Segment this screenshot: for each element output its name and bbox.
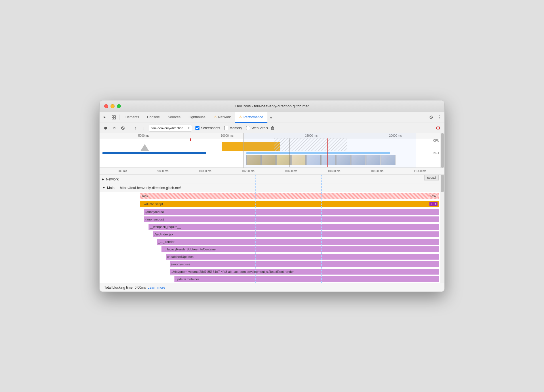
anon-label-3: (anonymous) [171,262,190,266]
screenshots-checkbox-label[interactable]: Screenshots [195,126,220,130]
learn-more-link[interactable]: Learn more [148,286,165,290]
zoom-ruler: 900 ms 9800 ms 10000 ms 10200 ms 10400 m… [100,168,444,175]
svg-rect-3 [114,118,115,119]
clear-button[interactable] [119,124,127,132]
tab-elements[interactable]: Elements [121,112,143,123]
selected-region [244,133,416,168]
flame-row-anon-2[interactable]: (anonymous) [100,216,444,223]
tab-console[interactable]: Console [143,112,164,123]
flame-row-render[interactable]: _..._ render [100,238,444,246]
inspect-icon[interactable] [109,113,118,122]
cursor-icon[interactable] [101,113,109,122]
toolbar-separator-1 [129,125,129,131]
more-tabs-button[interactable]: » [267,112,275,123]
expand-triangle[interactable]: ▶ [102,178,104,181]
anon-bar-3: (anonymous) [170,261,439,267]
flame-row-evaluate[interactable]: Evaluate Script L...t [100,200,444,208]
svg-line-6 [122,127,124,129]
scrollbar-v[interactable] [440,133,444,168]
web-vitals-checkbox[interactable] [246,126,250,130]
minimize-button[interactable] [111,104,115,108]
svg-rect-1 [114,116,115,117]
flame-row-task[interactable]: Task Task [100,192,444,200]
time-mark-1: 5000 ms [138,134,149,137]
more-options-icon[interactable]: ⋮ [435,113,443,121]
reactroot-label: ../rbd/pnpm-volume/28d7f85f-31d7-4fd8-ab… [171,270,294,273]
flame-row-anon-3[interactable]: (anonymous) [100,260,444,268]
render-bar: _..._ render [157,239,439,245]
zoom-mark-7: 11000 ms [414,170,426,173]
tab-bar: Elements Console Sources Lighthouse ⚠ Ne… [100,112,444,123]
flame-scrollbar[interactable] [440,175,444,283]
zoom-mark-4: 10400 ms [285,170,297,173]
upload-button[interactable]: ↑ [132,124,139,132]
main-section-header: ▼ Main — https://foul-heavenly-direction… [100,184,444,192]
flame-row-legacy[interactable]: .... legacyRenderSubtreeIntoContainer [100,246,444,253]
flame-chart: ▶ Network soop.j ▼ Main — https://foul-h… [100,175,444,283]
unbatched-label: unbatchedUpdates [167,255,193,258]
flame-scrollbar-thumb[interactable] [441,175,444,192]
network-file-label: soop.j [424,175,439,180]
scrollbar-thumb[interactable] [441,133,444,168]
svg-point-4 [104,127,107,130]
url-select[interactable]: foul-heavenly-direction.... ▾ [149,125,192,132]
cursor-line [290,138,290,167]
network-warning-icon: ⚠ [214,115,217,119]
flame-row-webpack[interactable]: __webpack_require__ [100,223,444,231]
updatecontainer-bar: updateContainer [174,276,439,282]
tab-network[interactable]: ⚠ Network [210,112,235,123]
expand-triangle-main[interactable]: ▼ [102,186,105,189]
screenshots-checkbox[interactable] [195,126,199,130]
task-label-left: Task [142,194,148,198]
settings-alert-icon[interactable]: ⚙ [434,124,442,132]
zoom-mark-2: 10000 ms [199,170,212,173]
dashed-line-1 [255,175,256,283]
settings-icon[interactable]: ⚙ [427,113,435,121]
svg-rect-2 [112,118,113,119]
flame-row-index[interactable]: ./src/index.jsx [100,231,444,238]
unbatched-bar: unbatchedUpdates [166,254,439,260]
performance-warning-icon: ⚠ [239,115,242,119]
task-label-right: Task [429,194,438,198]
web-vitals-checkbox-label[interactable]: Web Vitals [246,126,268,130]
overview-timeline[interactable]: 5000 ms 10000 ms 15000 ms 20000 ms CPU N… [100,133,444,168]
anon-bar-2: (anonymous) [144,216,439,222]
devtools-body: Elements Console Sources Lighthouse ⚠ Ne… [100,112,444,292]
zoom-mark-1: 9800 ms [157,170,168,173]
maximize-button[interactable] [117,104,121,108]
zoom-mark-6: 10800 ms [371,170,383,173]
anon-bar-1: (anonymous) [144,209,439,215]
anon-label-2: (anonymous) [145,218,164,221]
reactroot-bar: ../rbd/pnpm-volume/28d7f85f-31d7-4fd8-ab… [170,269,439,275]
traffic-lights [104,104,121,108]
tab-sources[interactable]: Sources [164,112,184,123]
trash-icon[interactable]: 🗑 [269,124,277,132]
close-button[interactable] [104,104,108,108]
flame-row-anon-1[interactable]: (anonymous) [100,208,444,216]
tab-lighthouse[interactable]: Lighthouse [184,112,210,123]
download-button[interactable]: ↓ [140,124,148,132]
webpack-bar: __webpack_require__ [149,224,439,230]
memory-checkbox-label[interactable]: Memory [224,126,242,130]
cpu-label: CPU [433,139,439,142]
flame-row-unbatched[interactable]: unbatchedUpdates [100,253,444,260]
svg-rect-11 [190,138,191,141]
legacy-bar: .... legacyRenderSubtreeIntoContainer [161,246,439,252]
evaluate-label: Evaluate Script [142,202,163,206]
memory-checkbox[interactable] [224,126,228,130]
svg-marker-7 [140,144,149,151]
reload-button[interactable]: ↺ [111,124,118,132]
tab-separator [119,115,119,120]
zoom-marks: 900 ms 9800 ms 10000 ms 10200 ms 10400 m… [102,170,442,173]
index-label: ./src/index.jsx [154,233,173,236]
cursor-line-flame [287,175,287,283]
svg-rect-0 [112,116,113,117]
flame-row-updatecontainer[interactable]: updateContainer [100,275,444,283]
checkbox-group: Screenshots Memory Web Vitals [195,126,268,130]
devtools-window: DevTools - foul-heavenly-direction.glitc… [99,100,445,292]
record-button[interactable] [102,124,109,132]
zoom-mark-0: 900 ms [118,170,127,173]
network-section-header[interactable]: ▶ Network soop.j [100,175,444,184]
flame-row-reactroot[interactable]: ../rbd/pnpm-volume/28d7f85f-31d7-4fd8-ab… [100,268,444,275]
tab-performance[interactable]: ⚠ Performance [235,112,267,123]
